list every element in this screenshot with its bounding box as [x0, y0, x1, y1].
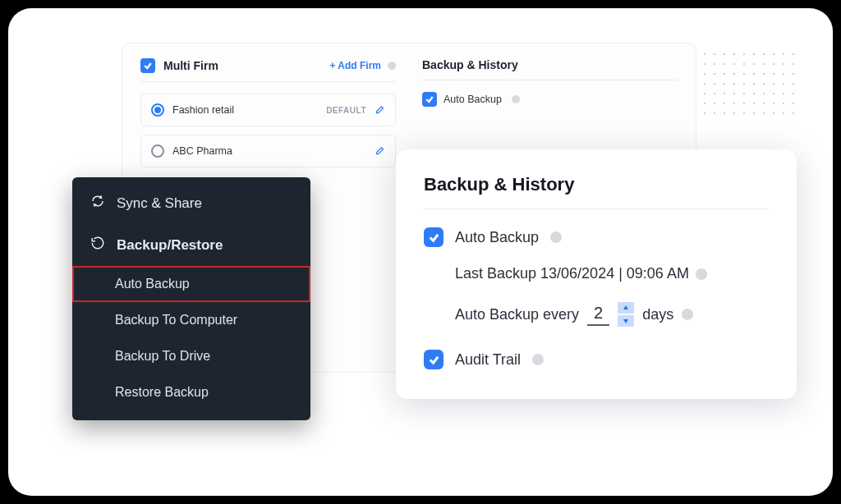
menu-label: Backup/Restore [117, 237, 223, 254]
backup-history-title: Backup & History [422, 58, 518, 71]
last-backup-text: Last Backup 13/06/2024 | 09:06 AM [455, 265, 689, 282]
submenu-backup-drive[interactable]: Backup To Drive [72, 338, 310, 374]
card-title: Backup & History [424, 174, 769, 209]
auto-backup-checkbox-small[interactable] [422, 92, 437, 107]
firm-name: ABC Pharma [172, 145, 232, 157]
step-up-icon[interactable] [618, 302, 634, 314]
info-icon [550, 231, 562, 243]
firm-row-0[interactable]: Fashion retail DEFAULT [140, 94, 396, 126]
info-icon [696, 268, 707, 280]
freq-stepper[interactable] [618, 302, 634, 327]
multi-firm-title: Multi Firm [163, 59, 218, 72]
freq-value[interactable]: 2 [587, 304, 609, 326]
edit-icon[interactable] [375, 103, 385, 117]
firm-row-1[interactable]: ABC Pharma [140, 135, 396, 167]
info-icon [512, 95, 520, 103]
radio-icon[interactable] [151, 144, 164, 158]
audit-trail-checkbox[interactable] [424, 350, 443, 369]
menu-backup-restore[interactable]: Backup/Restore [72, 224, 310, 266]
sync-icon [90, 194, 105, 213]
submenu-restore-backup[interactable]: Restore Backup [72, 374, 310, 410]
restore-icon [90, 236, 105, 254]
audit-trail-label: Audit Trail [455, 351, 521, 369]
backup-history-card: Backup & History Auto Backup Last Backup… [396, 149, 797, 399]
radio-icon[interactable] [151, 103, 164, 117]
submenu-auto-backup[interactable]: Auto Backup [72, 266, 310, 302]
menu-label: Sync & Share [117, 195, 202, 212]
info-icon [682, 309, 693, 320]
submenu-backup-computer[interactable]: Backup To Computer [72, 302, 310, 338]
auto-backup-label: Auto Backup [455, 229, 539, 246]
dark-sidebar-menu: Sync & Share Backup/Restore Auto Backup … [72, 177, 310, 420]
auto-backup-checkbox[interactable] [424, 227, 443, 247]
info-icon [532, 354, 544, 365]
app-canvas: Multi Firm + Add Firm Fashion retail DEF… [8, 8, 833, 496]
default-badge: DEFAULT [326, 106, 366, 115]
step-down-icon[interactable] [618, 315, 634, 327]
freq-suffix: days [642, 306, 673, 323]
add-firm-button[interactable]: + Add Firm [329, 60, 381, 71]
svg-marker-0 [623, 305, 628, 309]
multi-firm-checkbox[interactable] [140, 58, 155, 73]
firm-name: Fashion retail [172, 104, 234, 116]
svg-marker-1 [623, 319, 628, 323]
menu-sync-share[interactable]: Sync & Share [72, 182, 310, 224]
freq-prefix: Auto Backup every [455, 306, 579, 323]
auto-backup-label-small: Auto Backup [443, 94, 502, 105]
info-icon [388, 62, 396, 70]
edit-icon[interactable] [375, 144, 385, 158]
